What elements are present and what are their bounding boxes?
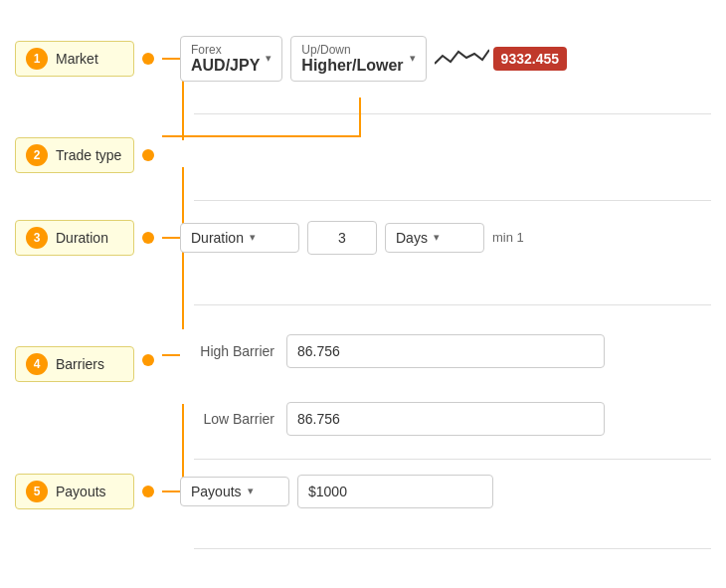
tradetype-dot bbox=[142, 149, 154, 161]
payouts-type-label: Payouts bbox=[191, 484, 242, 499]
payouts-h-line bbox=[162, 490, 180, 492]
duration-min-label: min 1 bbox=[492, 230, 524, 245]
barriers-h-line bbox=[162, 354, 180, 356]
updown-chevron-icon: ▾ bbox=[410, 52, 416, 65]
step-duration-text: Duration bbox=[56, 230, 108, 246]
step-barriers-label: 4 Barriers bbox=[15, 346, 134, 382]
step-tradetype-label: 2 Trade type bbox=[15, 137, 134, 173]
duration-h-line bbox=[162, 237, 180, 239]
updown-dropdown[interactable]: Up/Down Higher/Lower ▾ bbox=[290, 36, 426, 82]
forex-chevron-icon: ▾ bbox=[266, 52, 272, 65]
low-barrier-input[interactable] bbox=[286, 402, 605, 436]
step-barriers-text: Barriers bbox=[56, 356, 104, 372]
duration-dot bbox=[142, 232, 154, 244]
market-controls: Forex AUD/JPY ▾ Up/Down Higher/Lower ▾ bbox=[180, 36, 567, 82]
barriers-content: High Barrier Low Barrier bbox=[180, 334, 605, 454]
step-circle-4: 4 bbox=[26, 353, 48, 375]
duration-unit-dropdown[interactable]: Days ▾ bbox=[385, 223, 484, 253]
price-value: 9332.455 bbox=[501, 51, 559, 67]
forex-dropdown[interactable]: Forex AUD/JPY ▾ bbox=[180, 36, 282, 82]
payouts-type-dropdown[interactable]: Payouts ▾ bbox=[180, 477, 289, 506]
market-h-line bbox=[162, 58, 180, 60]
forex-sub-label: Forex bbox=[191, 43, 260, 57]
payouts-amount-input[interactable] bbox=[297, 475, 493, 508]
market-dot bbox=[142, 53, 154, 65]
barriers-dot bbox=[142, 354, 154, 366]
step-payouts-text: Payouts bbox=[56, 484, 106, 499]
step-circle-1: 1 bbox=[26, 48, 48, 70]
low-barrier-row: Low Barrier bbox=[180, 402, 605, 436]
price-badge: 9332.455 bbox=[493, 47, 567, 71]
low-barrier-label: Low Barrier bbox=[180, 411, 274, 427]
payouts-dot bbox=[142, 486, 154, 497]
updown-sub-label: Up/Down bbox=[301, 43, 403, 57]
duration-unit-chevron-icon: ▾ bbox=[434, 231, 440, 244]
payouts-chevron-icon: ▾ bbox=[248, 485, 254, 497]
high-barrier-row: High Barrier bbox=[180, 334, 605, 368]
price-chart-area: 9332.455 bbox=[435, 44, 567, 74]
duration-value-input[interactable] bbox=[307, 221, 377, 255]
duration-type-dropdown[interactable]: Duration ▾ bbox=[180, 223, 299, 253]
step-tradetype-text: Trade type bbox=[56, 147, 121, 163]
step-payouts-label: 5 Payouts bbox=[15, 474, 134, 509]
duration-type-chevron-icon: ▾ bbox=[250, 231, 256, 244]
duration-type-label: Duration bbox=[191, 230, 244, 246]
step-circle-2: 2 bbox=[26, 144, 48, 166]
forex-main-value: AUD/JPY bbox=[191, 57, 260, 75]
mini-chart-icon bbox=[435, 44, 489, 74]
high-barrier-input[interactable] bbox=[286, 334, 605, 368]
duration-unit-label: Days bbox=[396, 230, 428, 246]
duration-controls: Duration ▾ Days ▾ min 1 bbox=[180, 221, 524, 255]
step-market-label: 1 Market bbox=[15, 41, 134, 77]
step-market-text: Market bbox=[56, 51, 98, 67]
high-barrier-label: High Barrier bbox=[180, 343, 274, 359]
step-circle-3: 3 bbox=[26, 227, 48, 249]
updown-main-value: Higher/Lower bbox=[301, 57, 403, 75]
payouts-controls: Payouts ▾ bbox=[180, 475, 493, 508]
step-duration-label: 3 Duration bbox=[15, 220, 134, 256]
step-circle-5: 5 bbox=[26, 481, 48, 502]
